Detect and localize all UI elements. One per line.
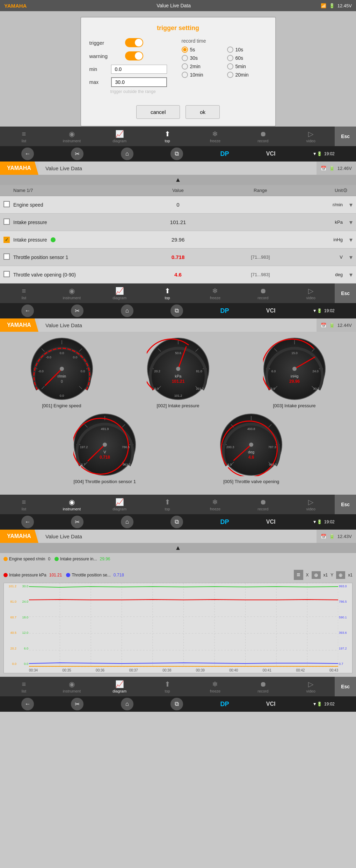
nav-item-instrument-1[interactable]: ◉ instrument <box>48 130 96 143</box>
nav-item-record-2[interactable]: ⏺ record <box>239 287 287 300</box>
scissors-button-1[interactable]: ✂ <box>71 148 83 160</box>
scissors-button-4[interactable]: ✂ <box>71 698 83 710</box>
min-row: min <box>89 65 175 74</box>
instrument-label-1: instrument <box>63 139 81 143</box>
home-button-4[interactable]: ⌂ <box>121 698 133 710</box>
trigger-toggle[interactable] <box>125 38 143 47</box>
list-label-4: list <box>22 689 26 693</box>
nav-item-list-3[interactable]: ≡ list <box>0 498 48 511</box>
nav-item-freeze-1[interactable]: ❄ freeze <box>191 130 239 143</box>
video-icon-3: ▷ <box>308 498 313 506</box>
x-zoom-plus[interactable]: ⊕ <box>312 571 321 579</box>
radio-2min[interactable]: 2min <box>182 63 221 70</box>
nav-item-video-4[interactable]: ▷ video <box>287 680 335 693</box>
scroll-up-2[interactable]: ▲ <box>0 175 356 185</box>
esc-button-4[interactable]: Esc <box>335 677 356 696</box>
warning-toggle[interactable] <box>125 51 143 60</box>
diagram-label-4: diagram <box>112 689 126 693</box>
chevron-5[interactable]: ▾ <box>349 271 353 278</box>
nav-item-instrument-2[interactable]: ◉ instrument <box>48 287 96 300</box>
scroll-up-4[interactable]: ▲ <box>0 543 356 553</box>
chevron-2[interactable]: ▾ <box>349 219 353 226</box>
gauge-svg-001: r/min 0 -0.0 0.0 0.0 -0.0 0.0 0.0 <box>30 337 93 400</box>
gear-icon[interactable]: ⚙ <box>343 187 348 193</box>
back-button-1[interactable]: ← <box>21 148 34 160</box>
esc-button-2[interactable]: Esc <box>335 284 356 303</box>
chevron-4[interactable]: ▾ <box>349 254 353 261</box>
copy-button-2[interactable]: ⧉ <box>170 304 183 317</box>
nav-item-list-1[interactable]: ≡ list <box>0 130 48 143</box>
radio-5min[interactable]: 5min <box>227 63 267 70</box>
min-label: min <box>89 66 107 72</box>
nav-item-freeze-2[interactable]: ❄ freeze <box>191 287 239 300</box>
nav-item-record-3[interactable]: ⏺ record <box>239 498 287 511</box>
svg-text:deg: deg <box>248 450 254 454</box>
radio-30s[interactable]: 30s <box>182 55 221 61</box>
radio-60s[interactable]: 60s <box>227 55 267 61</box>
checkbox-3[interactable]: ✓ <box>3 237 10 243</box>
nav-item-list-2[interactable]: ≡ list <box>0 287 48 300</box>
esc-button-1[interactable]: Esc <box>335 127 356 146</box>
nav-item-diagram-4[interactable]: 📈 diagram <box>96 680 144 693</box>
nav-item-list-4[interactable]: ≡ list <box>0 680 48 693</box>
table-row: Intake pressure 101.21 kPa ▾ <box>0 214 356 231</box>
home-button-2[interactable]: ⌂ <box>121 304 133 317</box>
nav-item-instrument-3[interactable]: ◉ instrument <box>48 498 96 511</box>
table-row: Throttle position sensor 1 0.718 [71...9… <box>0 249 356 266</box>
radio-10min[interactable]: 10min <box>182 72 221 78</box>
nav-item-diagram-3[interactable]: 📈 diagram <box>96 498 144 511</box>
ok-button[interactable]: ok <box>186 105 220 119</box>
svg-text:200.3: 200.3 <box>226 445 234 449</box>
record-label-3: record <box>257 507 268 511</box>
list-label-2: list <box>22 296 26 300</box>
back-button-2[interactable]: ← <box>21 304 34 317</box>
gauge-005: deg 4.6 200.3 787.3 493.8 4.0 983.0 [005… <box>220 413 283 484</box>
nav-item-top-3[interactable]: ⬆ top <box>144 498 191 511</box>
cancel-button[interactable]: cancel <box>136 105 180 119</box>
nav-item-instrument-4[interactable]: ◉ instrument <box>48 680 96 693</box>
nav-item-freeze-4[interactable]: ❄ freeze <box>191 680 239 693</box>
nav-item-diagram-2[interactable]: 📈 diagram <box>96 287 144 300</box>
back-button-4[interactable]: ← <box>21 698 34 710</box>
copy-button-1[interactable]: ⧉ <box>170 148 183 160</box>
nav-item-record-1[interactable]: ⏺ record <box>239 130 287 143</box>
freeze-icon-3: ❄ <box>212 498 218 506</box>
home-button-1[interactable]: ⌂ <box>121 148 133 160</box>
chevron-1[interactable]: ▾ <box>349 201 353 208</box>
checkbox-5[interactable] <box>3 271 10 277</box>
nav-item-top-4[interactable]: ⬆ top <box>144 680 191 693</box>
home-button-3[interactable]: ⌂ <box>121 516 133 528</box>
radio-20min[interactable]: 20min <box>227 72 267 78</box>
checkbox-2[interactable] <box>3 218 10 225</box>
scissors-button-3[interactable]: ✂ <box>71 516 83 528</box>
radio-5s[interactable]: 5s <box>182 46 221 53</box>
max-input[interactable] <box>111 77 167 87</box>
nav-item-video-1[interactable]: ▷ video <box>287 130 335 143</box>
copy-button-4[interactable]: ⧉ <box>170 698 183 710</box>
nav-item-freeze-3[interactable]: ❄ freeze <box>191 498 239 511</box>
svg-text:787.3: 787.3 <box>268 445 276 449</box>
checkbox-4[interactable] <box>3 253 10 260</box>
esc-button-3[interactable]: Esc <box>335 495 356 514</box>
record-time-title: record time <box>182 38 267 44</box>
nav-item-top-2[interactable]: ⬆ top <box>144 287 191 300</box>
nav-item-video-3[interactable]: ▷ video <box>287 498 335 511</box>
copy-button-3[interactable]: ⧉ <box>170 516 183 528</box>
back-button-3[interactable]: ← <box>21 516 34 528</box>
nav-item-diagram-1[interactable]: 📈 diagram <box>96 130 144 143</box>
radio-10s[interactable]: 10s <box>227 46 267 53</box>
instrument-icon-4: ◉ <box>69 680 75 688</box>
checkbox-1[interactable] <box>3 201 10 207</box>
nav-item-record-4[interactable]: ⏺ record <box>239 680 287 693</box>
y-zoom-plus[interactable]: ⊕ <box>336 571 345 579</box>
toolbar-right-1: ▼🔋 19:02 <box>313 151 335 156</box>
video-icon-2: ▷ <box>308 287 313 295</box>
diagram-lines-btn[interactable]: ≡ <box>294 570 303 580</box>
nav-item-top-1[interactable]: ⬆ top <box>144 130 191 143</box>
gauge-svg-002: kPa 101.21 20.2 81.0 50.6 101.2 0.0 101.… <box>147 337 210 400</box>
min-input[interactable] <box>111 65 167 74</box>
nav-item-video-2[interactable]: ▷ video <box>287 287 335 300</box>
chevron-3[interactable]: ▾ <box>349 236 353 243</box>
radio-grid: 5s 10s 30s 60s <box>182 46 267 78</box>
scissors-button-2[interactable]: ✂ <box>71 304 83 317</box>
